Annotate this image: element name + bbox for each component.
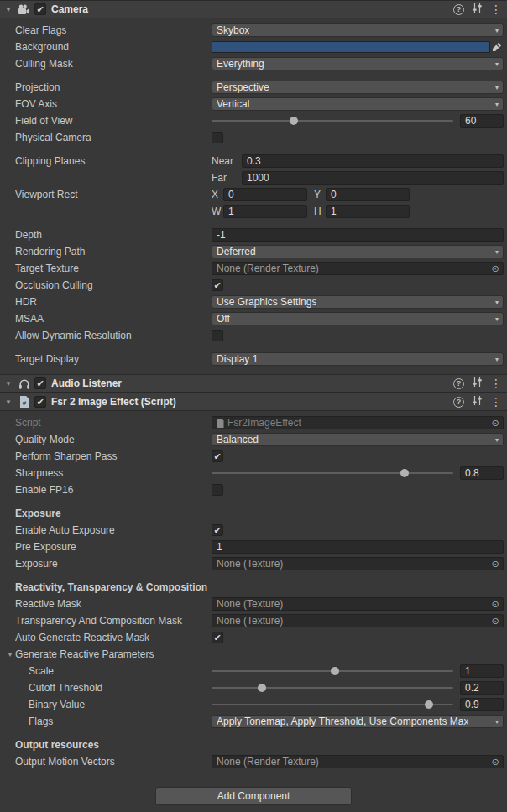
row-generate-reactive-parameters[interactable]: ▼ Generate Reactive Parameters [0, 646, 507, 663]
exposure-label: Exposure [15, 558, 212, 570]
x-label: X [212, 189, 223, 200]
output-motion-vectors-field[interactable]: None (Render Texture) ⊙ [212, 755, 504, 768]
viewport-rect-label: Viewport Rect [15, 189, 212, 200]
physical-camera-checkbox[interactable]: ✔ [212, 132, 223, 143]
near-input[interactable]: 0.3 [242, 154, 504, 168]
clear-flags-dropdown[interactable]: Skybox ▾ [212, 23, 504, 37]
foldout-arrow-icon[interactable]: ▼ [3, 380, 13, 388]
slider-thumb[interactable] [258, 684, 266, 692]
far-input[interactable]: 1000 [242, 171, 504, 185]
hdr-dropdown[interactable]: Use Graphics Settings ▾ [212, 295, 504, 309]
target-display-dropdown[interactable]: Display 1 ▾ [212, 352, 504, 366]
field-of-view-input[interactable]: 60 [460, 114, 504, 128]
physical-camera-label: Physical Camera [15, 132, 212, 143]
slider-thumb[interactable] [331, 667, 339, 675]
enable-auto-exposure-label: Enable Auto Exposure [15, 524, 212, 536]
enable-auto-exposure-checkbox[interactable]: ✔ [212, 524, 223, 536]
reactive-mask-field[interactable]: None (Texture) ⊙ [212, 597, 504, 611]
perform-sharpen-pass-checkbox[interactable]: ✔ [212, 450, 223, 462]
allow-dynamic-resolution-checkbox[interactable]: ✔ [212, 330, 223, 341]
object-picker-icon[interactable]: ⊙ [489, 263, 501, 274]
row-pre-exposure: Pre Exposure 1 [0, 539, 507, 555]
slider-thumb[interactable] [290, 117, 298, 125]
foldout-arrow-icon: ▼ [5, 651, 15, 658]
scale-slider[interactable] [212, 664, 453, 678]
add-component-button[interactable]: Add Component [155, 787, 352, 805]
cutoff-threshold-slider[interactable] [212, 681, 453, 695]
slider-thumb[interactable] [425, 700, 433, 709]
field-value: 0.9 [465, 699, 479, 710]
help-icon[interactable]: ? [453, 397, 464, 408]
object-picker-icon[interactable]: ⊙ [489, 599, 501, 610]
field-value: 1 [217, 541, 222, 553]
field-value: 60 [465, 115, 476, 127]
msaa-dropdown[interactable]: Off ▾ [212, 312, 504, 325]
depth-input[interactable]: -1 [212, 228, 504, 242]
perform-sharpen-pass-label: Perform Sharpen Pass [15, 450, 212, 462]
chevron-down-icon: ▾ [492, 248, 499, 256]
foldout-arrow-icon[interactable]: ▼ [3, 398, 13, 406]
menu-icon[interactable]: ⋮ [490, 4, 502, 15]
scale-input[interactable]: 1 [460, 664, 504, 678]
slider-thumb[interactable] [400, 469, 409, 477]
binary-value-slider[interactable] [212, 698, 453, 711]
help-icon[interactable]: ? [453, 378, 464, 389]
fsr2-component-header[interactable]: ▼ # ✔ Fsr 2 Image Effect (Script) ? ⋮ [0, 393, 507, 411]
auto-generate-reactive-mask-checkbox[interactable]: ✔ [212, 632, 223, 643]
fov-axis-dropdown[interactable]: Vertical ▾ [212, 97, 504, 111]
menu-icon[interactable]: ⋮ [490, 378, 502, 389]
viewport-x-input[interactable]: 0 [223, 188, 307, 201]
row-exposure: Exposure None (Texture) ⊙ [0, 555, 507, 572]
color-swatch[interactable] [212, 41, 490, 53]
audio-listener-enabled-checkbox[interactable]: ✔ [34, 377, 46, 389]
row-reactive-mask: Reactive Mask None (Texture) ⊙ [0, 596, 507, 612]
camera-enabled-checkbox[interactable]: ✔ [34, 3, 46, 15]
cutoff-threshold-input[interactable]: 0.2 [460, 681, 504, 695]
object-picker-icon[interactable]: ⊙ [489, 559, 501, 570]
row-allow-dynamic-resolution: Allow Dynamic Resolution ✔ [0, 327, 507, 344]
row-viewport-rect-wh: W 1 H 1 [0, 203, 507, 220]
row-rendering-path: Rendering Path Deferred ▾ [0, 243, 507, 260]
quality-mode-dropdown[interactable]: Balanced ▾ [212, 433, 504, 446]
help-icon[interactable]: ? [453, 4, 464, 15]
far-label: Far [212, 172, 242, 184]
flags-dropdown[interactable]: Apply Tonemap, Apply Threshold, Use Comp… [212, 715, 504, 728]
row-viewport-rect-xy: Viewport Rect X 0 Y 0 [0, 186, 507, 203]
projection-label: Projection [15, 81, 212, 93]
culling-mask-dropdown[interactable]: Everything ▾ [212, 57, 504, 70]
enable-fp16-checkbox[interactable]: ✔ [212, 484, 223, 496]
viewport-w-input[interactable]: 1 [223, 205, 307, 218]
transparency-mask-field[interactable]: None (Texture) ⊙ [212, 614, 504, 627]
rendering-path-dropdown[interactable]: Deferred ▾ [212, 245, 504, 258]
object-picker-icon[interactable]: ⊙ [489, 418, 501, 429]
object-picker-icon[interactable]: ⊙ [489, 616, 501, 627]
object-field-value: None (Texture) [217, 615, 283, 627]
binary-value-input[interactable]: 0.9 [460, 698, 504, 711]
sharpness-slider[interactable] [212, 466, 453, 480]
camera-component-header[interactable]: ▼ ✔ Camera ? ⋮ [0, 0, 507, 18]
auto-generate-reactive-mask-label: Auto Generate Reactive Mask [15, 632, 212, 643]
menu-icon[interactable]: ⋮ [490, 397, 502, 408]
field-of-view-slider[interactable] [212, 114, 453, 128]
presets-icon[interactable] [472, 377, 483, 390]
row-enable-fp16: Enable FP16 ✔ [0, 481, 507, 498]
presets-icon[interactable] [472, 395, 483, 409]
target-texture-field[interactable]: None (Render Texture) ⊙ [212, 262, 504, 275]
chevron-down-icon: ▾ [492, 718, 499, 726]
pre-exposure-input[interactable]: 1 [212, 540, 504, 554]
fsr2-enabled-checkbox[interactable]: ✔ [34, 396, 46, 408]
occlusion-culling-checkbox[interactable]: ✔ [212, 279, 223, 291]
script-field[interactable]: Fsr2ImageEffect ⊙ [212, 416, 504, 429]
row-target-display: Target Display Display 1 ▾ [0, 351, 507, 367]
eyedropper-icon[interactable] [490, 41, 504, 53]
presets-icon[interactable] [472, 3, 483, 16]
audio-listener-component-header[interactable]: ▼ ✔ Audio Listener ? ⋮ [0, 374, 507, 393]
background-color-field[interactable] [212, 41, 504, 53]
viewport-h-input[interactable]: 1 [326, 205, 410, 218]
foldout-arrow-icon[interactable]: ▼ [3, 6, 13, 13]
object-picker-icon[interactable]: ⊙ [489, 757, 501, 768]
viewport-y-input[interactable]: 0 [326, 188, 410, 201]
projection-dropdown[interactable]: Perspective ▾ [212, 81, 504, 94]
exposure-field[interactable]: None (Texture) ⊙ [212, 557, 504, 570]
sharpness-input[interactable]: 0.8 [460, 466, 504, 480]
